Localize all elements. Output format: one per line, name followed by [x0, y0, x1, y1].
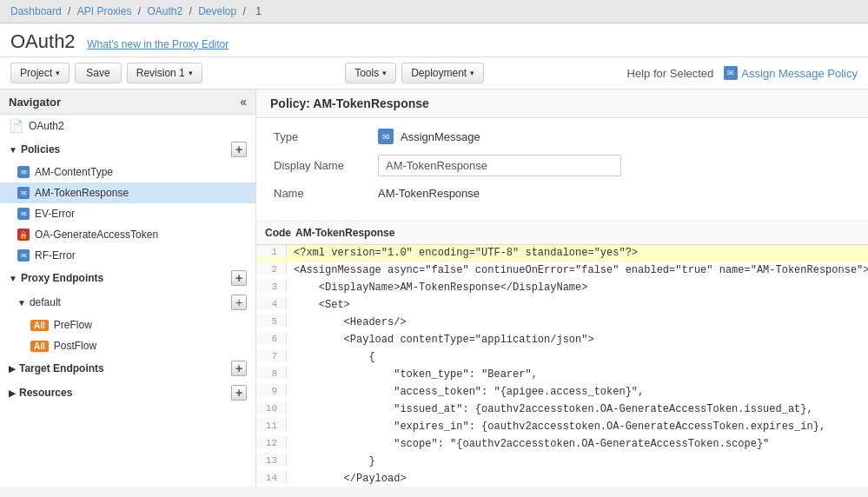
ev-error-label: EV-Error [35, 208, 75, 220]
line-number: 4 [256, 297, 287, 309]
sidebar-collapse-button[interactable]: « [240, 95, 247, 109]
line-number: 6 [256, 332, 287, 344]
target-endpoints-arrow-icon: ▶ [9, 364, 16, 374]
display-name-row: Display Name [274, 155, 851, 176]
sidebar: Navigator « 📄 OAuth2 ▼ Policies + ✉ AM-C… [0, 89, 256, 487]
rf-error-icon: ✉ [17, 249, 30, 262]
code-line: 7 { [256, 349, 868, 367]
line-number: 7 [256, 349, 287, 361]
line-content: </Payload> [287, 471, 414, 487]
sidebar-item-default[interactable]: ▼ default + [0, 290, 255, 315]
sidebar-header: Navigator « [0, 89, 255, 115]
whats-new-link[interactable]: What's new in the Proxy Editor [87, 38, 229, 50]
sidebar-section-target-endpoints[interactable]: ▶ Target Endpoints + [0, 356, 255, 381]
page-title: OAuth2 [10, 30, 76, 52]
oa-generate-icon: 🔒 [17, 229, 30, 241]
sidebar-item-rf-error[interactable]: ✉ RF-Error [0, 245, 255, 266]
postflow-label: PostFlow [54, 340, 96, 352]
name-value: AM-TokenResponse [378, 187, 480, 200]
tools-label: Tools [354, 67, 379, 79]
breadcrumb-api-proxies[interactable]: API Proxies [77, 5, 132, 17]
tools-button[interactable]: Tools ▾ [345, 63, 396, 83]
am-tokenresponse-icon: ✉ [17, 187, 30, 199]
line-content: <Payload contentType="application/json"> [287, 332, 601, 348]
line-content: "issued_at": {oauthv2accesstoken.OA-Gene… [287, 401, 820, 417]
policy-header: Policy: AM-TokenResponse [256, 89, 868, 118]
policies-add-button[interactable]: + [231, 142, 247, 157]
sidebar-item-oa-generate[interactable]: 🔒 OA-GenerateAccessToken [0, 224, 255, 245]
code-header: Code AM-TokenResponse [256, 222, 868, 245]
display-name-input[interactable] [378, 155, 621, 176]
sidebar-section-policies[interactable]: ▼ Policies + [0, 137, 255, 162]
code-line: 1<?xml version="1.0" encoding="UTF-8" st… [256, 245, 868, 262]
deployment-chevron-icon: ▾ [470, 69, 474, 77]
project-chevron-icon: ▾ [56, 69, 60, 77]
default-add-button[interactable]: + [231, 295, 247, 310]
assign-message-text: Assign Message Policy [741, 67, 858, 80]
line-number: 2 [256, 262, 287, 275]
sidebar-section-proxy-endpoints[interactable]: ▼ Proxy Endpoints + [0, 266, 255, 290]
sidebar-item-preflow[interactable]: All PreFlow [0, 315, 255, 335]
breadcrumb-develop[interactable]: Develop [198, 5, 236, 17]
ev-error-icon: ✉ [17, 208, 30, 220]
save-button[interactable]: Save [75, 63, 121, 83]
proxy-endpoints-arrow-icon: ▼ [9, 274, 17, 283]
preflow-label: PreFlow [54, 319, 92, 331]
line-content: } [287, 454, 382, 469]
content-area: Policy: AM-TokenResponse Type ✉ AssignMe… [256, 89, 868, 487]
line-content: "access_token": "{apigee.access_token}", [287, 384, 651, 400]
breadcrumb-oauth2[interactable]: OAuth2 [147, 5, 182, 17]
navigator-title: Navigator [9, 96, 61, 109]
breadcrumb-dashboard[interactable]: Dashboard [10, 5, 62, 17]
sidebar-item-ev-error[interactable]: ✉ EV-Error [0, 203, 255, 224]
am-contenttype-icon: ✉ [17, 166, 30, 178]
code-line: 5 <Headers/> [256, 315, 868, 332]
code-line: 12 "scope": "{oauthv2accesstoken.OA-Gene… [256, 436, 868, 454]
code-col-num: Code [265, 227, 295, 239]
line-content: <Set> [287, 297, 357, 313]
line-content: <DisplayName>AM-TokenResponse</DisplayNa… [287, 280, 594, 295]
assign-message-link[interactable]: ✉ Assign Message Policy [724, 66, 858, 80]
deployment-button[interactable]: Deployment ▾ [401, 63, 484, 83]
line-content: "token_type": "Bearer", [287, 367, 545, 382]
sidebar-item-am-contenttype[interactable]: ✉ AM-ContentType [0, 162, 255, 182]
proxy-endpoints-add-button[interactable]: + [231, 270, 247, 286]
sidebar-item-postflow[interactable]: All PostFlow [0, 335, 255, 356]
sidebar-item-am-tokenresponse[interactable]: ✉ AM-TokenResponse [0, 182, 255, 203]
rf-error-label: RF-Error [35, 249, 76, 262]
revision-label: Revision 1 [136, 67, 185, 79]
oa-generate-label: OA-GenerateAccessToken [35, 229, 158, 241]
policies-arrow-icon: ▼ [9, 145, 17, 155]
line-number: 13 [256, 454, 287, 466]
resources-add-button[interactable]: + [231, 385, 247, 401]
form-section: Type ✉ AssignMessage Display Name Name A… [256, 118, 868, 222]
proxy-endpoints-label: Proxy Endpoints [21, 272, 103, 284]
code-line: 10 "issued_at": {oauthv2accesstoken.OA-G… [256, 401, 868, 419]
postflow-badge: All [30, 341, 49, 352]
line-number: 9 [256, 384, 287, 396]
help-for-selected-label: Help for Selected [627, 67, 714, 80]
code-col-name: AM-TokenResponse [295, 227, 394, 239]
project-button[interactable]: Project ▾ [10, 63, 70, 83]
policies-label: Policies [21, 143, 60, 156]
project-label: Project [20, 67, 52, 79]
revision-button[interactable]: Revision 1 ▾ [127, 63, 202, 83]
preflow-badge: All [30, 320, 49, 331]
default-arrow-icon: ▼ [17, 298, 26, 308]
sidebar-section-resources[interactable]: ▶ Resources + [0, 381, 255, 405]
line-content: "expires_in": {oauthv2accesstoken.OA-Gen… [287, 419, 832, 434]
line-number: 1 [256, 245, 287, 257]
code-line: 11 "expires_in": {oauthv2accesstoken.OA-… [256, 419, 868, 436]
code-line: 9 "access_token": "{apigee.access_token}… [256, 384, 868, 401]
code-line: 13 } [256, 454, 868, 471]
sidebar-item-oauth2[interactable]: 📄 OAuth2 [0, 115, 255, 137]
code-editor[interactable]: 1<?xml version="1.0" encoding="UTF-8" st… [256, 245, 868, 487]
target-endpoints-add-button[interactable]: + [231, 361, 247, 376]
deployment-label: Deployment [411, 67, 467, 79]
am-contenttype-label: AM-ContentType [35, 166, 113, 178]
proxy-name-label: OAuth2 [29, 120, 64, 132]
page-header: OAuth2 What's new in the Proxy Editor [0, 23, 868, 57]
resources-arrow-icon: ▶ [9, 388, 16, 398]
line-content: <Headers/> [287, 315, 414, 330]
name-row: Name AM-TokenResponse [274, 187, 851, 200]
